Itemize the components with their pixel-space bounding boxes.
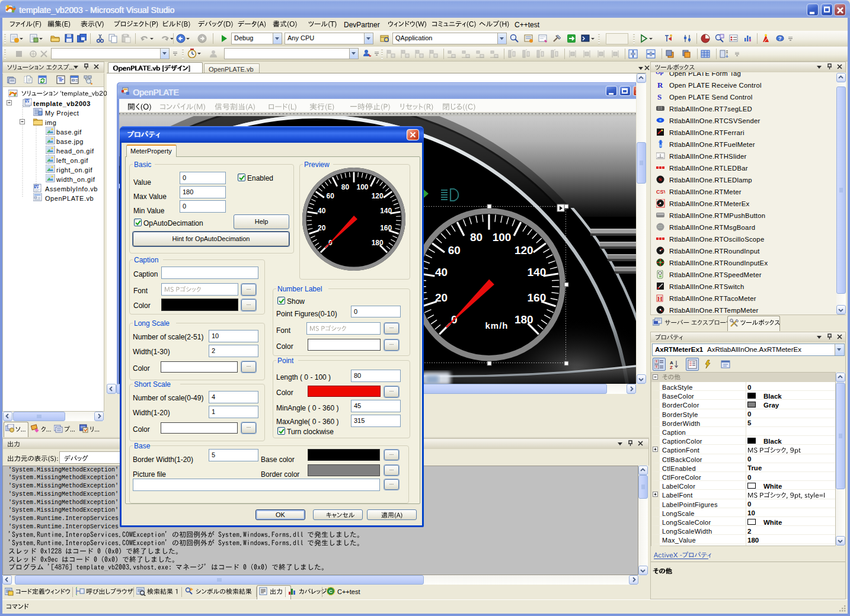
svg-text:H: H <box>657 295 663 302</box>
svg-text:140: 140 <box>380 207 392 215</box>
svg-text:100: 100 <box>356 183 368 191</box>
svg-text:100: 100 <box>493 231 512 243</box>
svg-text:140: 140 <box>528 266 547 278</box>
svg-text:180: 180 <box>515 313 533 326</box>
svg-text:60: 60 <box>327 192 335 200</box>
svg-text:180: 180 <box>372 239 384 247</box>
svg-text:80: 80 <box>470 231 482 243</box>
svg-text:VB: VB <box>35 185 41 189</box>
svg-text:120: 120 <box>515 244 533 256</box>
svg-text:CSV: CSV <box>656 189 665 195</box>
svg-text:120: 120 <box>372 192 384 200</box>
svg-text:40: 40 <box>318 207 326 215</box>
svg-text:60: 60 <box>448 244 461 256</box>
svg-text:VB: VB <box>26 99 32 103</box>
svg-text:160: 160 <box>528 291 547 304</box>
svg-text:20: 20 <box>318 224 326 232</box>
svg-text:40: 40 <box>435 266 448 278</box>
svg-text:80: 80 <box>341 183 350 191</box>
svg-text:km/h: km/h <box>485 320 508 331</box>
svg-text:Z: Z <box>670 365 673 369</box>
svg-text:160: 160 <box>380 224 392 232</box>
svg-text:20: 20 <box>435 291 448 304</box>
svg-text:C: C <box>329 589 333 594</box>
svg-text:?: ? <box>778 36 782 41</box>
